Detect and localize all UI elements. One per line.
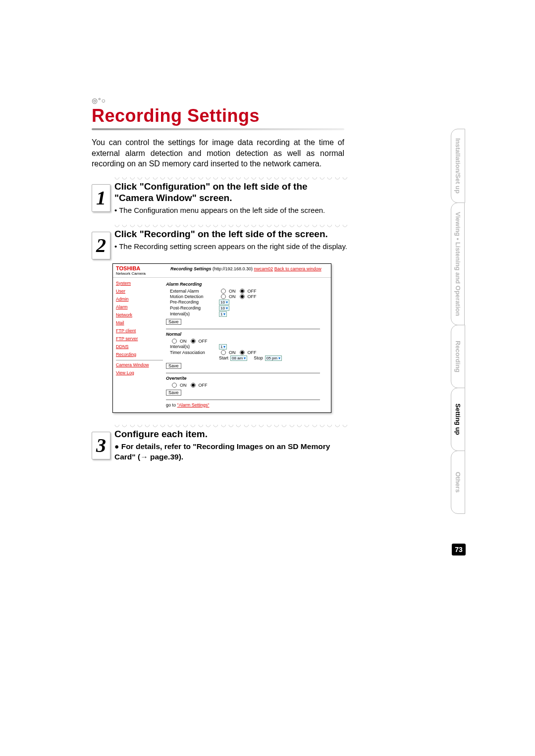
intro-text: You can control the settings for image d… [92,137,344,169]
chevron-down-icon: ▾ [226,300,228,304]
pre-rec-label: Pre-Recording [170,300,217,304]
tab-installation[interactable]: Installation/Set up [451,129,465,203]
stop-label: Stop [254,355,263,360]
interval-select[interactable]: 1▾ [219,311,227,317]
chevron-down-icon: ▾ [223,345,225,349]
off-label: OFF [248,294,257,299]
timer-label: Timer Association [170,350,217,355]
pre-rec-select[interactable]: 10▾ [219,300,229,305]
ext-alarm-off-radio[interactable] [240,289,245,294]
section-tabs: Installation/Set up Viewing • Listening … [451,129,471,513]
step-3: 3 ◡ ◡ ◡ ◡ ◡ ◡ ◡ ◡ ◡ ◡ ◡ ◡ ◡ ◡ ◡ ◡ ◡ ◡ ◡ … [92,421,344,463]
nav-admin[interactable]: Admin [116,297,163,302]
alarm-save-button[interactable]: Save [166,319,181,325]
nav-system[interactable]: System [116,281,163,286]
motion-label: Motion Detection [170,294,217,299]
page-number: 73 [452,544,466,555]
tab-recording[interactable]: Recording [451,325,465,388]
timer-off-radio[interactable] [240,350,245,355]
step-title: Click "Configuration" on the left side o… [114,181,347,204]
separator-dots: ◡ ◡ ◡ ◡ ◡ ◡ ◡ ◡ ◡ ◡ ◡ ◡ ◡ ◡ ◡ ◡ ◡ ◡ ◡ ◡ … [114,173,347,180]
chevron-down-icon: ▾ [244,356,246,360]
overwrite-on-radio[interactable] [172,383,177,388]
overwrite-off-radio[interactable] [191,383,196,388]
off-label: OFF [199,339,208,344]
on-label: ON [229,350,236,355]
motion-on-radio[interactable] [221,294,226,299]
alarm-section-title: Alarm Recording [166,282,328,287]
interval-label: Interval(s) [170,311,217,316]
normal-on-radio[interactable] [172,339,177,344]
nav-ftp-server[interactable]: FTP server [116,336,163,341]
normal-interval-label: Interval(s) [170,344,217,349]
on-label: ON [180,383,187,388]
off-label: OFF [199,383,208,388]
step-2: 2 ◡ ◡ ◡ ◡ ◡ ◡ ◡ ◡ ◡ ◡ ◡ ◡ ◡ ◡ ◡ ◡ ◡ ◡ ◡ … [92,221,344,259]
chevron-down-icon: ▾ [226,306,228,310]
step-bullet: • The Recording setting screen appears o… [114,242,347,252]
nav-alarm[interactable]: Alarm [116,304,163,309]
overwrite-section-title: Overwrite [166,376,328,381]
chevron-down-icon: ▾ [278,356,280,360]
crumb-camera-link[interactable]: nwcam02 [254,266,273,271]
brand-subtitle: Network Camera [116,271,170,276]
goto-prefix: go to [166,403,177,407]
back-link[interactable]: Back to camera window [274,266,321,271]
nav-network[interactable]: Network [116,312,163,317]
brand-logo: TOSHIBA [116,265,170,271]
post-rec-select[interactable]: 10▾ [219,305,229,311]
screenshot-panel: TOSHIBA Network Camera Recording Setting… [112,263,331,413]
nav-ddns[interactable]: DDNS [116,344,163,349]
tab-setting-up[interactable]: Setting up [451,388,465,451]
ext-alarm-on-radio[interactable] [221,289,226,294]
nav-user[interactable]: User [116,289,163,294]
normal-save-button[interactable]: Save [166,363,181,369]
crumb-title: Recording Settings [170,266,212,271]
normal-section-title: Normal [166,332,328,337]
on-label: ON [180,339,187,344]
post-rec-label: Post-Recording [170,305,217,310]
nav-view-log[interactable]: View Log [116,370,163,375]
step-1: 1 ◡ ◡ ◡ ◡ ◡ ◡ ◡ ◡ ◡ ◡ ◡ ◡ ◡ ◡ ◡ ◡ ◡ ◡ ◡ … [92,173,344,218]
title-underline [92,128,344,130]
on-label: ON [229,289,236,294]
page-title: Recording Settings [92,105,466,126]
step-number: 2 [92,232,110,259]
off-label: OFF [248,289,257,294]
motion-off-radio[interactable] [240,294,245,299]
nav-camera-window[interactable]: Camera Window [116,362,163,367]
nav-ftp-client[interactable]: FTP client [116,328,163,333]
config-nav: System User Admin Alarm Network Mail FTP… [113,278,166,412]
off-label: OFF [248,350,257,355]
on-label: ON [229,294,236,299]
separator-dots: ◡ ◡ ◡ ◡ ◡ ◡ ◡ ◡ ◡ ◡ ◡ ◡ ◡ ◡ ◡ ◡ ◡ ◡ ◡ ◡ … [114,221,347,228]
tab-others[interactable]: Others [451,451,465,514]
normal-interval-select[interactable]: 1▾ [219,344,227,350]
overwrite-save-button[interactable]: Save [166,390,181,396]
ext-alarm-label: External Alarm [170,289,217,294]
step-number: 3 [92,432,110,459]
nav-mail[interactable]: Mail [116,320,163,325]
step-subtext: ● For details, refer to "Recording Image… [114,442,347,462]
header-circles-icon: ◎°○ [92,97,466,104]
chevron-down-icon: ▾ [223,312,225,316]
start-select[interactable]: 08 am▾ [230,355,247,361]
normal-off-radio[interactable] [191,339,196,344]
start-label: Start [219,355,228,360]
tab-viewing[interactable]: Viewing • Listening and Operation [451,202,465,325]
step-title: Click "Recording" on the left side of th… [114,229,347,240]
step-number: 1 [92,184,110,212]
step-title: Configure each item. [114,429,347,440]
nav-recording[interactable]: Recording [116,352,163,357]
step-bullet: • The Configuration menu appears on the … [114,205,347,215]
timer-on-radio[interactable] [221,350,226,355]
stop-select[interactable]: 05 pm▾ [265,355,282,361]
goto-alarm-settings-link[interactable]: "Alarm Settings" [177,403,210,407]
separator-dots: ◡ ◡ ◡ ◡ ◡ ◡ ◡ ◡ ◡ ◡ ◡ ◡ ◡ ◡ ◡ ◡ ◡ ◡ ◡ ◡ … [114,421,347,428]
crumb-url: (http://192.168.0.30) [213,266,253,271]
